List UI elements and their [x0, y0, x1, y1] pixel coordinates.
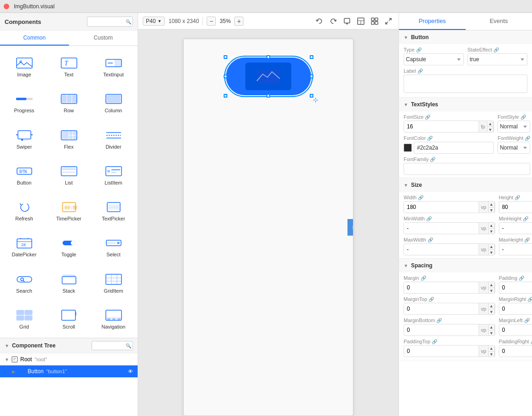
section-size-header[interactable]: ▼ Size — [399, 178, 532, 192]
minwidth-step-up[interactable]: ▲ — [488, 222, 495, 228]
zoom-in-button[interactable]: + — [234, 17, 243, 26]
component-divider[interactable]: Divider — [91, 120, 136, 156]
width-link-icon[interactable]: 🔗 — [418, 195, 423, 200]
padding-link-icon[interactable]: 🔗 — [519, 276, 524, 281]
button-component[interactable]: ⊹ — [226, 58, 311, 95]
type-select[interactable]: Capsule Normal Circle — [404, 53, 464, 65]
margin-input[interactable] — [404, 282, 479, 293]
close-button[interactable] — [4, 4, 9, 9]
handle-bottom-left[interactable] — [224, 94, 227, 98]
component-flex[interactable]: Flex — [46, 120, 91, 156]
marginleft-input[interactable] — [499, 324, 532, 335]
marginright-input[interactable] — [499, 303, 532, 314]
phone-canvas[interactable]: ⊹ — [184, 39, 353, 416]
tree-collapse-arrow[interactable]: ▼ — [5, 343, 9, 348]
section-button-header[interactable]: ▼ Button — [399, 30, 532, 44]
handle-middle-right[interactable] — [310, 75, 313, 78]
type-link-icon[interactable]: 🔗 — [416, 47, 422, 52]
component-button[interactable]: BTN Button — [2, 156, 46, 192]
component-text[interactable]: T Text — [46, 48, 91, 84]
maxheight-link-icon[interactable]: 🔗 — [524, 237, 530, 243]
fontcolor-input[interactable] — [414, 142, 494, 154]
component-stack[interactable]: Stack — [46, 264, 91, 300]
fontsize-step-up[interactable]: ▲ — [487, 121, 493, 127]
grid-view-button[interactable] — [369, 16, 380, 27]
paddingtop-link-icon[interactable]: 🔗 — [432, 339, 437, 344]
component-navigation[interactable]: Navigation — [91, 300, 136, 336]
handle-top-left[interactable] — [224, 55, 227, 59]
minwidth-link-icon[interactable]: 🔗 — [426, 216, 432, 221]
paddingtop-input[interactable] — [404, 346, 479, 357]
minheight-link-icon[interactable]: 🔗 — [523, 216, 528, 221]
fontsize-link-icon[interactable]: 🔗 — [425, 115, 430, 120]
marginbottom-step-down[interactable]: ▼ — [488, 330, 495, 336]
marginbottom-step-up[interactable]: ▲ — [488, 324, 495, 330]
handle-middle-left[interactable] — [224, 75, 227, 78]
device-selector[interactable]: P40 ▼ — [143, 17, 165, 26]
layout-button[interactable] — [355, 16, 366, 27]
preview-button[interactable] — [341, 16, 353, 27]
fontcolor-swatch[interactable] — [404, 144, 412, 152]
height-link-icon[interactable]: 🔗 — [515, 195, 520, 200]
resize-button[interactable] — [383, 16, 394, 27]
maxwidth-input[interactable] — [404, 244, 479, 255]
height-input[interactable] — [499, 202, 532, 213]
component-progress[interactable]: Progress — [2, 84, 46, 120]
component-image[interactable]: Image — [2, 48, 46, 84]
component-timepicker[interactable]: 00:00 TimePicker — [46, 192, 91, 228]
handle-top-middle[interactable] — [266, 55, 270, 59]
move-handle[interactable]: ⊹ — [311, 95, 320, 104]
redo-button[interactable] — [328, 16, 339, 27]
width-input[interactable] — [404, 202, 479, 213]
paddingright-input[interactable] — [499, 346, 532, 357]
margin-step-down[interactable]: ▼ — [488, 288, 495, 294]
label-link-icon[interactable]: 🔗 — [417, 69, 423, 74]
marginbottom-input[interactable] — [404, 324, 479, 335]
margin-link-icon[interactable]: 🔗 — [421, 276, 426, 281]
minheight-input[interactable] — [499, 223, 532, 234]
section-textstyles-header[interactable]: ▼ TextStyles — [399, 98, 532, 111]
eye-icon[interactable]: 👁 — [128, 369, 133, 374]
margintop-step-down[interactable]: ▼ — [488, 309, 495, 315]
tree-arrow-root[interactable]: ▼ — [5, 357, 11, 362]
margin-step-up[interactable]: ▲ — [488, 282, 495, 288]
component-list[interactable]: List — [46, 156, 91, 192]
fontweight-link-icon[interactable]: 🔗 — [525, 136, 530, 141]
minwidth-step-down[interactable]: ▼ — [488, 228, 495, 234]
component-column[interactable]: Column — [91, 84, 136, 120]
component-textpicker[interactable]: TextPicker — [91, 192, 136, 228]
component-swiper[interactable]: Swiper — [2, 120, 46, 156]
fontfamily-link-icon[interactable]: 🔗 — [430, 157, 435, 162]
padding-input[interactable] — [499, 282, 532, 293]
fontweight-select[interactable]: Normal Bold — [497, 142, 530, 154]
zoom-out-button[interactable]: − — [207, 17, 216, 26]
paddingtop-step-up[interactable]: ▲ — [488, 345, 495, 351]
margintop-step-up[interactable]: ▲ — [488, 303, 495, 309]
tab-events[interactable]: Events — [466, 13, 532, 30]
component-search[interactable]: Search — [2, 264, 46, 300]
maxwidth-step-down[interactable]: ▼ — [488, 249, 495, 255]
marginleft-link-icon[interactable]: 🔗 — [524, 318, 530, 323]
handle-bottom-middle[interactable] — [266, 94, 270, 98]
component-toggle[interactable]: Toggle — [46, 228, 91, 264]
fontcolor-link-icon[interactable]: 🔗 — [427, 136, 433, 141]
width-step-up[interactable]: ▲ — [488, 201, 495, 207]
fontsize-step-down[interactable]: ▼ — [487, 127, 493, 133]
width-step-down[interactable]: ▼ — [488, 207, 495, 213]
margintop-input[interactable] — [404, 303, 479, 314]
fontstyle-select[interactable]: Normal Italic — [497, 121, 530, 133]
minwidth-input[interactable] — [404, 223, 479, 234]
component-select[interactable]: Select — [91, 228, 136, 264]
marginright-link-icon[interactable]: 🔗 — [527, 297, 532, 302]
component-grid[interactable]: Grid — [2, 300, 46, 336]
fontsize-input[interactable] — [404, 121, 479, 132]
marginbottom-link-icon[interactable]: 🔗 — [436, 318, 442, 323]
component-listitem[interactable]: ListItem — [91, 156, 136, 192]
handle-top-right[interactable] — [310, 55, 313, 59]
label-textarea[interactable] — [404, 75, 527, 93]
fontstyle-link-icon[interactable]: 🔗 — [520, 115, 526, 120]
tab-properties[interactable]: Properties — [399, 13, 466, 30]
component-refresh[interactable]: Refresh — [2, 192, 46, 228]
section-spacing-header[interactable]: ▼ Spacing — [399, 259, 532, 272]
tab-custom[interactable]: Custom — [69, 31, 138, 46]
